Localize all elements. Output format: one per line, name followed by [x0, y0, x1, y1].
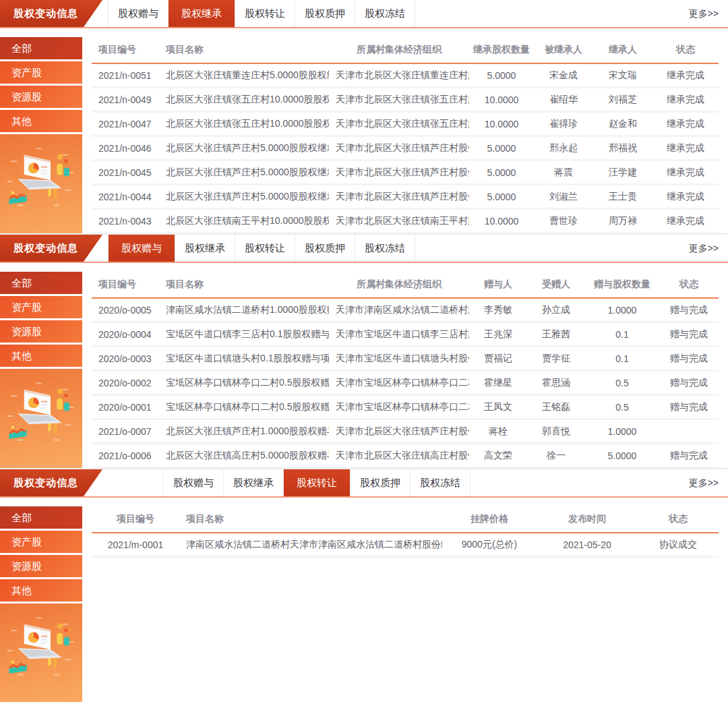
- table-cell: 霍继星: [469, 372, 527, 394]
- table-cell: 宋金成: [534, 64, 593, 86]
- tab-equity-inheritance[interactable]: 股权继承: [175, 235, 235, 262]
- column-header: 项目编号: [92, 272, 159, 297]
- section-title-banner: 股权变动信息: [0, 235, 102, 262]
- sidebar-item-asset-shares[interactable]: 资产股: [0, 531, 82, 553]
- table-row[interactable]: 2020/o-0001宝坻区林亭口镇林亭口二村0.5股股权赠与...天津市宝坻区…: [92, 396, 719, 420]
- sidebar-item-resource-shares[interactable]: 资源股: [0, 86, 82, 108]
- table-cell: 天津市宝坻区林亭口镇林亭口二村...: [329, 372, 469, 394]
- column-header: 项目名称: [179, 506, 442, 532]
- laptop-chart-illustration: [3, 609, 80, 693]
- table-cell: 赠与完成: [659, 372, 719, 394]
- tab-equity-gift[interactable]: 股权赠与: [109, 0, 169, 27]
- sidebar-item-other[interactable]: 其他: [0, 345, 82, 367]
- equity-change-section: 股权变动信息股权赠与股权继承股权转让股权质押股权冻结更多>>全部资产股资源股其他…: [0, 235, 728, 468]
- tab-equity-gift[interactable]: 股权赠与: [164, 469, 224, 496]
- table-cell: 蒋震: [534, 161, 593, 183]
- table-cell: 赠与完成: [659, 323, 719, 345]
- table-cell: 宝坻区牛道口镇塘头村0.1股股权赠与项目: [159, 347, 329, 370]
- table-cell: 天津市北辰区大张庄镇张五庄村股...: [329, 88, 469, 111]
- table-cell: 10.0000: [469, 88, 534, 111]
- column-header: 赠与股权数量: [585, 272, 659, 297]
- more-link[interactable]: 更多>>: [689, 235, 728, 262]
- column-header: 所属村集体经济组织: [329, 37, 469, 63]
- table-row[interactable]: 2021/n-0044北辰区大张庄镇芦庄村5.0000股股权继承...天津市北辰…: [92, 185, 719, 210]
- table-cell: 继承完成: [653, 210, 719, 232]
- sidebar-item-other[interactable]: 其他: [0, 110, 82, 132]
- column-header: 发布时间: [537, 506, 638, 532]
- table-cell: 孙立成: [527, 299, 585, 321]
- table-cell: 天津市宝坻区牛道口镇塘头村股份...: [329, 347, 469, 370]
- table-row[interactable]: 2021/n-0049北辰区大张庄镇张五庄村10.0000股股权继...天津市北…: [92, 88, 719, 113]
- sidebar-item-all[interactable]: 全部: [0, 506, 82, 529]
- more-link[interactable]: 更多>>: [689, 0, 728, 27]
- column-header: 受赠人: [527, 272, 585, 297]
- table-cell: 2020/o-0002: [92, 372, 159, 394]
- data-table: 项目编号项目名称所属村集体经济组织赠与人受赠人赠与股权数量状态2020/o-00…: [82, 272, 728, 468]
- sidebar-item-all[interactable]: 全部: [0, 272, 82, 294]
- sidebar-item-asset-shares[interactable]: 资产股: [0, 61, 82, 84]
- tab-equity-freeze[interactable]: 股权冻结: [411, 469, 471, 496]
- sidebar-item-all[interactable]: 全部: [0, 37, 82, 59]
- sidebar-item-asset-shares[interactable]: 资产股: [0, 296, 82, 318]
- equity-change-page: 股权变动信息股权赠与股权继承股权转让股权质押股权冻结更多>>全部资产股资源股其他…: [0, 0, 728, 706]
- table-cell: 2021/n-0049: [92, 88, 159, 111]
- sidebar-item-other[interactable]: 其他: [0, 579, 82, 601]
- table-cell: 赠与完成: [659, 347, 719, 370]
- tab-equity-pledge[interactable]: 股权质押: [295, 235, 355, 262]
- tab-equity-inheritance[interactable]: 股权继承: [169, 0, 235, 27]
- section-title: 股权变动信息: [0, 235, 102, 262]
- table-cell: 周万禄: [593, 210, 653, 232]
- tab-equity-freeze[interactable]: 股权冻结: [355, 235, 415, 262]
- table-cell: 1.0000: [585, 420, 659, 442]
- table-cell: 刘福芝: [593, 88, 653, 111]
- table-row[interactable]: 2021/n-0051北辰区大张庄镇董连庄村5.0000股股权继...天津市北辰…: [92, 64, 719, 88]
- table-row[interactable]: 2021/m-0001津南区咸水沽镇二道桥村天津市津南区咸水沽镇二道桥村股份经.…: [92, 533, 719, 558]
- table-row[interactable]: 2021/n-0046北辰区大张庄镇芦庄村5.0000股股权继承...天津市北辰…: [92, 137, 719, 161]
- tab-equity-pledge[interactable]: 股权质押: [351, 469, 411, 496]
- table-cell: 北辰区大张庄镇张五庄村10.0000股股权继...: [159, 88, 329, 111]
- table-row[interactable]: 2021/o-0006北辰区大张庄镇高庄村5.0000股股权赠与...天津市北辰…: [92, 444, 719, 468]
- more-link[interactable]: 更多>>: [689, 469, 728, 496]
- column-header: 项目编号: [92, 506, 179, 532]
- table-cell: 高文荣: [469, 444, 527, 467]
- column-header: 被继承人: [534, 37, 593, 63]
- table-cell: 继承完成: [653, 161, 719, 183]
- table-cell: 2021/n-0051: [92, 64, 159, 86]
- tab-equity-inheritance[interactable]: 股权继承: [224, 469, 284, 496]
- tab-equity-transfer[interactable]: 股权转让: [284, 469, 351, 496]
- tab-equity-transfer[interactable]: 股权转让: [235, 235, 295, 262]
- table-row[interactable]: 2020/o-0002宝坻区林亭口镇林亭口二村0.5股股权赠与...天津市宝坻区…: [92, 372, 719, 396]
- table-cell: 2021/o-0006: [92, 444, 159, 467]
- table-cell: 贾福记: [469, 347, 527, 370]
- table-cell: 协议成交: [638, 533, 719, 556]
- table-cell: 赠与完成: [659, 299, 719, 321]
- tab-strip: 股权赠与股权继承股权转让股权质押股权冻结: [163, 469, 471, 496]
- table-cell: 继承完成: [653, 64, 719, 86]
- table-cell: 0.5: [585, 372, 659, 394]
- table-row[interactable]: 2020/o-0003宝坻区牛道口镇塘头村0.1股股权赠与项目天津市宝坻区牛道口…: [92, 347, 719, 372]
- column-header: 所属村集体经济组织: [329, 272, 469, 297]
- table-row[interactable]: 2020/o-0004宝坻区牛道口镇李三店村0.1股股权赠与项目天津市宝坻区牛道…: [92, 323, 719, 347]
- table-row[interactable]: 2021/n-0043北辰区大张庄镇南王平村10.0000股股权继...天津市北…: [92, 210, 719, 233]
- section-body: 全部资产股资源股其他 项目编号项目名称所属村集体经济组织赠与人受赠人赠与股权数量…: [0, 263, 728, 468]
- table-cell: 赠与完成: [659, 444, 719, 467]
- table-row[interactable]: 2020/o-0005津南区咸水沽镇二道桥村1.0000股股权赠...天津市津南…: [92, 299, 719, 323]
- table-cell: 津南区咸水沽镇二道桥村天津市津南区咸水沽镇二道桥村股份经...: [179, 533, 442, 556]
- table-row[interactable]: 2021/n-0047北辰区大张庄镇张五庄村10.0000股股权继...天津市北…: [92, 113, 719, 137]
- table-cell: 崔得珍: [534, 113, 593, 135]
- table-cell: 霍思涵: [527, 372, 585, 394]
- table-row[interactable]: 2021/n-0045北辰区大张庄镇芦庄村5.0000股股权继承...天津市北辰…: [92, 161, 719, 185]
- column-header: 状态: [638, 506, 719, 532]
- table-cell: 2021/m-0001: [92, 533, 179, 556]
- tab-equity-pledge[interactable]: 股权质押: [295, 0, 355, 27]
- tab-equity-gift[interactable]: 股权赠与: [109, 235, 175, 262]
- tab-equity-transfer[interactable]: 股权转让: [235, 0, 295, 27]
- table-cell: 2020/o-0003: [92, 347, 159, 370]
- table-cell: 王兆深: [469, 323, 527, 345]
- table-row[interactable]: 2021/o-0007北辰区大张庄镇芦庄村1.0000股股权赠与...天津市北辰…: [92, 420, 719, 444]
- sidebar-item-resource-shares[interactable]: 资源股: [0, 320, 82, 343]
- tab-equity-freeze[interactable]: 股权冻结: [355, 0, 415, 27]
- sidebar-item-resource-shares[interactable]: 资源股: [0, 555, 82, 577]
- section-header: 股权变动信息股权赠与股权继承股权转让股权质押股权冻结更多>>: [0, 0, 728, 28]
- table-cell: 汪学建: [593, 161, 653, 183]
